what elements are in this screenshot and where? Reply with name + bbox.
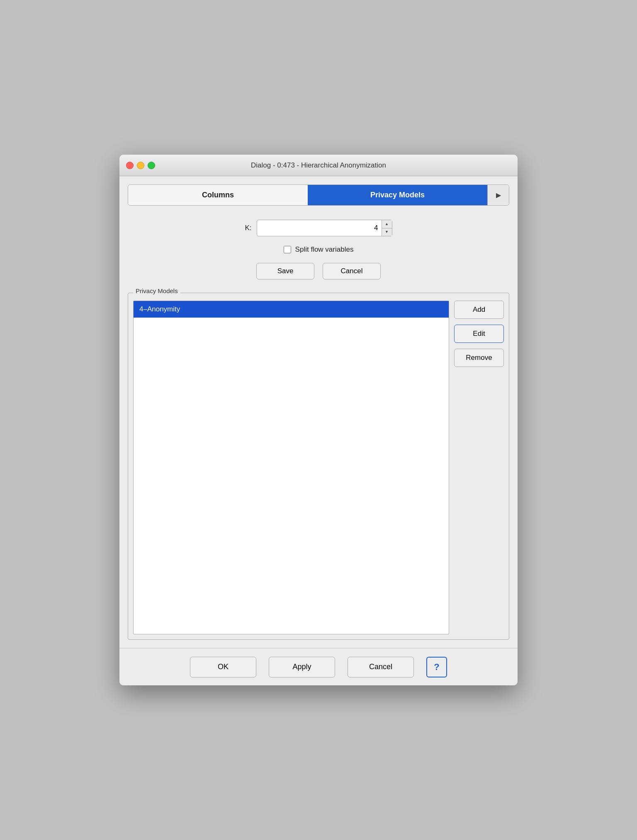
- bottom-bar: OK Apply Cancel ?: [119, 648, 518, 685]
- k-input[interactable]: [257, 220, 382, 236]
- apply-button[interactable]: Apply: [269, 657, 335, 677]
- tab-columns[interactable]: Columns: [128, 185, 308, 205]
- tab-arrow-button[interactable]: ▶: [487, 185, 509, 205]
- k-spinner-up[interactable]: ▲: [382, 220, 392, 228]
- window-title: Dialog - 0:473 - Hierarchical Anonymizat…: [251, 161, 386, 170]
- help-button[interactable]: ?: [426, 657, 447, 677]
- privacy-models-inner: 4–Anonymity Add Edit Remove: [128, 293, 509, 639]
- save-cancel-row: Save Cancel: [136, 263, 501, 279]
- split-flow-row: Split flow variables: [136, 245, 501, 254]
- ok-button[interactable]: OK: [190, 657, 256, 677]
- close-button[interactable]: [126, 162, 134, 169]
- k-label: K:: [245, 224, 251, 232]
- add-button[interactable]: Add: [454, 301, 504, 319]
- edit-button[interactable]: Edit: [454, 325, 504, 343]
- titlebar: Dialog - 0:473 - Hierarchical Anonymizat…: [119, 155, 518, 176]
- tab-bar: Columns Privacy Models ▶: [128, 185, 509, 206]
- minimize-button[interactable]: [137, 162, 144, 169]
- split-flow-checkbox[interactable]: [284, 246, 291, 253]
- main-window: Dialog - 0:473 - Hierarchical Anonymizat…: [119, 155, 518, 685]
- k-input-wrapper: ▲ ▼: [257, 220, 392, 236]
- tab-privacy-models[interactable]: Privacy Models: [308, 185, 487, 205]
- k-spinner-down[interactable]: ▼: [382, 228, 392, 236]
- window-controls: [126, 162, 155, 169]
- cancel-bottom-button[interactable]: Cancel: [348, 657, 414, 677]
- privacy-models-section: Privacy Models 4–Anonymity Add Edit Remo…: [128, 293, 509, 640]
- pm-buttons: Add Edit Remove: [454, 301, 504, 634]
- list-item[interactable]: 4–Anonymity: [134, 301, 449, 318]
- content-area: Columns Privacy Models ▶ K: ▲ ▼ Split fl…: [119, 176, 518, 648]
- cancel-button[interactable]: Cancel: [323, 263, 381, 279]
- k-spinner: ▲ ▼: [382, 220, 392, 236]
- privacy-models-legend: Privacy Models: [133, 287, 180, 294]
- split-flow-label: Split flow variables: [295, 245, 354, 254]
- save-button[interactable]: Save: [256, 263, 314, 279]
- maximize-button[interactable]: [148, 162, 155, 169]
- privacy-models-list[interactable]: 4–Anonymity: [133, 301, 449, 634]
- remove-button[interactable]: Remove: [454, 349, 504, 367]
- k-row: K: ▲ ▼: [136, 220, 501, 236]
- settings-area: K: ▲ ▼ Split flow variables Save Cancel: [128, 216, 509, 288]
